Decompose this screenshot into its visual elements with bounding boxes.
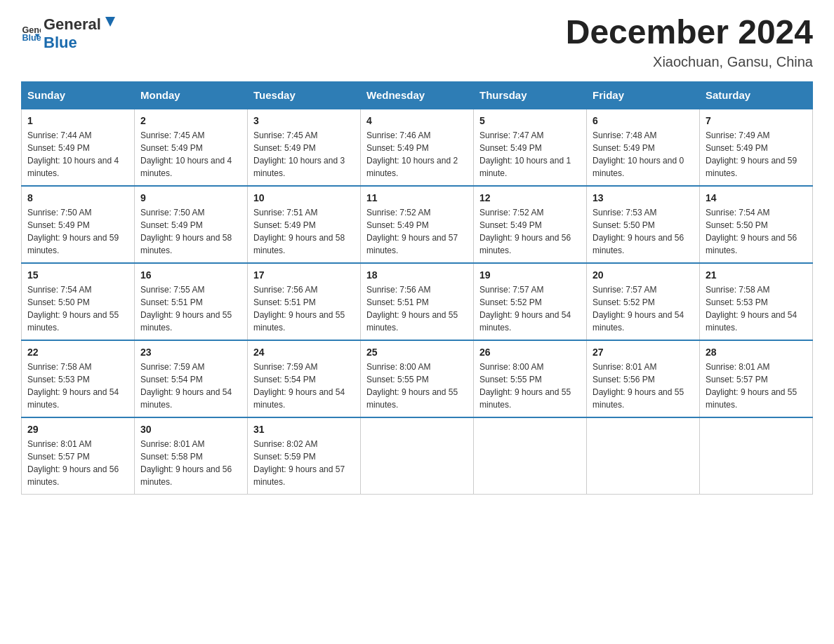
- day-number: 3: [253, 115, 355, 126]
- calendar-cell: 27 Sunrise: 8:01 AMSunset: 5:56 PMDaylig…: [587, 340, 700, 417]
- day-info: Sunrise: 7:55 AMSunset: 5:51 PMDaylight:…: [140, 285, 232, 333]
- day-number: 14: [706, 192, 807, 203]
- day-number: 5: [479, 115, 581, 126]
- calendar-cell: 6 Sunrise: 7:48 AMSunset: 5:49 PMDayligh…: [587, 109, 700, 186]
- calendar-cell: 3 Sunrise: 7:45 AMSunset: 5:49 PMDayligh…: [248, 109, 361, 186]
- location-subtitle: Xiaochuan, Gansu, China: [566, 54, 813, 70]
- calendar-cell: 13 Sunrise: 7:53 AMSunset: 5:50 PMDaylig…: [587, 186, 700, 263]
- day-info: Sunrise: 7:54 AMSunset: 5:50 PMDaylight:…: [27, 285, 119, 333]
- logo-blue-text: Blue: [44, 34, 77, 51]
- day-number: 9: [140, 192, 241, 203]
- calendar-cell: [587, 417, 700, 495]
- day-info: Sunrise: 7:48 AMSunset: 5:49 PMDaylight:…: [593, 130, 684, 178]
- calendar-cell: [700, 417, 813, 495]
- day-info: Sunrise: 7:57 AMSunset: 5:52 PMDaylight:…: [479, 285, 571, 333]
- logo: General Blue General Blue: [21, 14, 118, 52]
- day-number: 31: [253, 424, 355, 435]
- day-number: 15: [27, 269, 128, 281]
- day-number: 10: [253, 192, 355, 203]
- day-info: Sunrise: 7:59 AMSunset: 5:54 PMDaylight:…: [140, 362, 232, 410]
- day-number: 7: [706, 115, 807, 126]
- svg-marker-3: [105, 17, 115, 27]
- svg-text:Blue: Blue: [22, 33, 41, 43]
- day-number: 26: [479, 347, 581, 358]
- day-info: Sunrise: 8:01 AMSunset: 5:57 PMDaylight:…: [706, 362, 797, 410]
- day-info: Sunrise: 7:49 AMSunset: 5:49 PMDaylight:…: [706, 130, 797, 178]
- calendar-table: SundayMondayTuesdayWednesdayThursdayFrid…: [21, 81, 813, 495]
- day-info: Sunrise: 8:00 AMSunset: 5:55 PMDaylight:…: [366, 362, 458, 410]
- col-header-monday: Monday: [135, 81, 248, 109]
- calendar-header-row: SundayMondayTuesdayWednesdayThursdayFrid…: [22, 81, 813, 109]
- day-number: 19: [479, 269, 581, 281]
- col-header-friday: Friday: [587, 81, 700, 109]
- logo-icon: General Blue: [21, 23, 41, 43]
- day-number: 27: [593, 347, 694, 358]
- day-number: 16: [140, 269, 241, 281]
- day-info: Sunrise: 7:52 AMSunset: 5:49 PMDaylight:…: [366, 208, 458, 255]
- col-header-sunday: Sunday: [22, 81, 135, 109]
- day-number: 11: [366, 192, 468, 203]
- day-number: 12: [479, 192, 581, 203]
- calendar-cell: 12 Sunrise: 7:52 AMSunset: 5:49 PMDaylig…: [474, 186, 587, 263]
- day-info: Sunrise: 7:53 AMSunset: 5:50 PMDaylight:…: [593, 208, 684, 255]
- calendar-cell: 30 Sunrise: 8:01 AMSunset: 5:58 PMDaylig…: [135, 417, 248, 495]
- col-header-saturday: Saturday: [700, 81, 813, 109]
- calendar-cell: 7 Sunrise: 7:49 AMSunset: 5:49 PMDayligh…: [700, 109, 813, 186]
- calendar-cell: 10 Sunrise: 7:51 AMSunset: 5:49 PMDaylig…: [248, 186, 361, 263]
- day-info: Sunrise: 7:50 AMSunset: 5:49 PMDaylight:…: [140, 208, 232, 255]
- day-info: Sunrise: 7:58 AMSunset: 5:53 PMDaylight:…: [27, 362, 119, 410]
- day-number: 6: [593, 115, 694, 126]
- calendar-cell: 5 Sunrise: 7:47 AMSunset: 5:49 PMDayligh…: [474, 109, 587, 186]
- calendar-week-row: 1 Sunrise: 7:44 AMSunset: 5:49 PMDayligh…: [22, 109, 813, 186]
- calendar-week-row: 8 Sunrise: 7:50 AMSunset: 5:49 PMDayligh…: [22, 186, 813, 263]
- day-number: 22: [27, 347, 128, 358]
- day-info: Sunrise: 8:02 AMSunset: 5:59 PMDaylight:…: [253, 439, 345, 487]
- calendar-cell: 26 Sunrise: 8:00 AMSunset: 5:55 PMDaylig…: [474, 340, 587, 417]
- calendar-cell: 22 Sunrise: 7:58 AMSunset: 5:53 PMDaylig…: [22, 340, 135, 417]
- calendar-cell: 1 Sunrise: 7:44 AMSunset: 5:49 PMDayligh…: [22, 109, 135, 186]
- calendar-cell: 17 Sunrise: 7:56 AMSunset: 5:51 PMDaylig…: [248, 263, 361, 340]
- day-number: 13: [593, 192, 694, 203]
- day-info: Sunrise: 7:46 AMSunset: 5:49 PMDaylight:…: [366, 130, 458, 178]
- logo-general-text: General: [44, 15, 101, 34]
- col-header-thursday: Thursday: [474, 81, 587, 109]
- day-number: 24: [253, 347, 355, 358]
- day-info: Sunrise: 7:45 AMSunset: 5:49 PMDaylight:…: [253, 130, 345, 178]
- calendar-cell: 2 Sunrise: 7:45 AMSunset: 5:49 PMDayligh…: [135, 109, 248, 186]
- calendar-cell: [474, 417, 587, 495]
- calendar-cell: 23 Sunrise: 7:59 AMSunset: 5:54 PMDaylig…: [135, 340, 248, 417]
- day-number: 21: [706, 269, 807, 281]
- calendar-cell: 21 Sunrise: 7:58 AMSunset: 5:53 PMDaylig…: [700, 263, 813, 340]
- month-title: December 2024: [566, 14, 813, 51]
- day-info: Sunrise: 7:59 AMSunset: 5:54 PMDaylight:…: [253, 362, 345, 410]
- page-header: General Blue General Blue December 2024 …: [21, 14, 813, 70]
- calendar-cell: 20 Sunrise: 7:57 AMSunset: 5:52 PMDaylig…: [587, 263, 700, 340]
- title-section: December 2024 Xiaochuan, Gansu, China: [566, 14, 813, 70]
- day-info: Sunrise: 8:01 AMSunset: 5:56 PMDaylight:…: [593, 362, 684, 410]
- day-info: Sunrise: 7:51 AMSunset: 5:49 PMDaylight:…: [253, 208, 345, 255]
- calendar-cell: 29 Sunrise: 8:01 AMSunset: 5:57 PMDaylig…: [22, 417, 135, 495]
- day-number: 4: [366, 115, 468, 126]
- calendar-cell: 11 Sunrise: 7:52 AMSunset: 5:49 PMDaylig…: [361, 186, 474, 263]
- calendar-cell: 18 Sunrise: 7:56 AMSunset: 5:51 PMDaylig…: [361, 263, 474, 340]
- calendar-cell: 28 Sunrise: 8:01 AMSunset: 5:57 PMDaylig…: [700, 340, 813, 417]
- day-info: Sunrise: 7:54 AMSunset: 5:50 PMDaylight:…: [706, 208, 797, 255]
- calendar-cell: 14 Sunrise: 7:54 AMSunset: 5:50 PMDaylig…: [700, 186, 813, 263]
- day-number: 18: [366, 269, 468, 281]
- day-info: Sunrise: 7:58 AMSunset: 5:53 PMDaylight:…: [706, 285, 797, 333]
- day-number: 30: [140, 424, 241, 435]
- day-number: 25: [366, 347, 468, 358]
- calendar-cell: 8 Sunrise: 7:50 AMSunset: 5:49 PMDayligh…: [22, 186, 135, 263]
- day-info: Sunrise: 7:56 AMSunset: 5:51 PMDaylight:…: [366, 285, 458, 333]
- day-number: 28: [706, 347, 807, 358]
- day-info: Sunrise: 8:00 AMSunset: 5:55 PMDaylight:…: [479, 362, 571, 410]
- day-info: Sunrise: 8:01 AMSunset: 5:58 PMDaylight:…: [140, 439, 232, 487]
- col-header-tuesday: Tuesday: [248, 81, 361, 109]
- calendar-cell: 16 Sunrise: 7:55 AMSunset: 5:51 PMDaylig…: [135, 263, 248, 340]
- calendar-cell: 24 Sunrise: 7:59 AMSunset: 5:54 PMDaylig…: [248, 340, 361, 417]
- day-info: Sunrise: 7:50 AMSunset: 5:49 PMDaylight:…: [27, 208, 119, 255]
- calendar-cell: 31 Sunrise: 8:02 AMSunset: 5:59 PMDaylig…: [248, 417, 361, 495]
- calendar-cell: 9 Sunrise: 7:50 AMSunset: 5:49 PMDayligh…: [135, 186, 248, 263]
- calendar-cell: 19 Sunrise: 7:57 AMSunset: 5:52 PMDaylig…: [474, 263, 587, 340]
- calendar-cell: 25 Sunrise: 8:00 AMSunset: 5:55 PMDaylig…: [361, 340, 474, 417]
